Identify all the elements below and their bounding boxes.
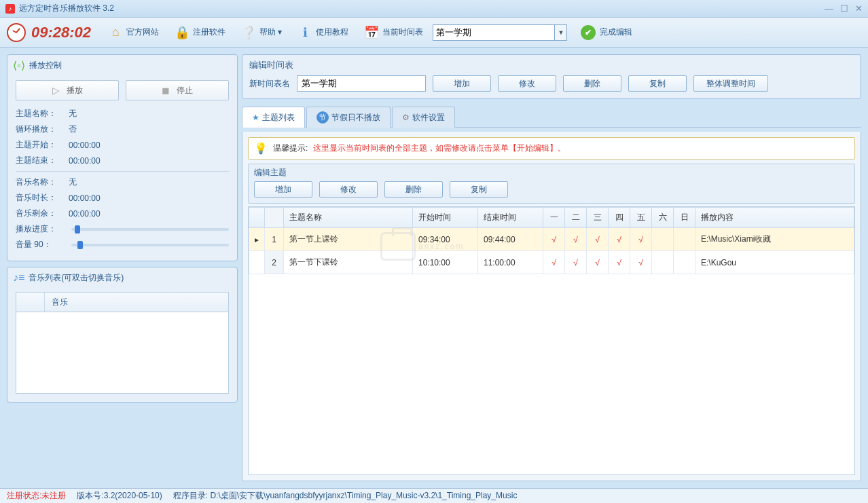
window-title: 远方定时音乐播放软件 3.2: [19, 3, 114, 14]
tab-themes[interactable]: ★主题列表: [242, 107, 305, 128]
hint-bar: 💡 温馨提示: 这里显示当前时间表的全部主题，如需修改请点击菜单【开始编辑】。: [248, 137, 855, 160]
play-icon: ▷: [52, 85, 60, 96]
hint-text: 这里显示当前时间表的全部主题，如需修改请点击菜单【开始编辑】。: [313, 143, 566, 154]
tab-holiday[interactable]: 节节假日不播放: [306, 107, 391, 128]
schedule-modify-button[interactable]: 修改: [498, 75, 556, 92]
lock-icon: 🔒: [174, 24, 190, 41]
tab-settings-label: 软件设置: [412, 112, 445, 124]
theme-name-label: 主题名称：: [16, 108, 69, 119]
register-button[interactable]: 🔒注册软件: [168, 22, 231, 43]
volume-slider[interactable]: [71, 244, 229, 246]
help-button[interactable]: ❔帮助 ▾: [235, 22, 287, 43]
col-d6[interactable]: 六: [652, 208, 674, 228]
schedule-dropdown-icon[interactable]: ▼: [555, 24, 567, 41]
ver-value: 3.2(2020-05-10): [104, 491, 162, 500]
stop-button[interactable]: ◼停止: [126, 80, 229, 100]
play-button[interactable]: ▷播放: [16, 80, 119, 100]
star-icon: ★: [252, 113, 259, 122]
schedule-name-label: 新时间表名: [249, 78, 290, 90]
finish-edit-button[interactable]: ✔完成编辑: [581, 25, 632, 40]
tab-settings[interactable]: ⚙软件设置: [392, 107, 455, 128]
theme-add-button[interactable]: 增加: [254, 181, 312, 198]
music-icon: ♪≡: [13, 272, 24, 284]
schedule-label: 当前时间表: [382, 26, 423, 38]
theme-grid[interactable]: 主题名称 开始时间 结束时间 一 二 三 四 五 六 日 播放内容 ▸1第一节上…: [248, 206, 855, 475]
edit-schedule-box: 编辑时间表 新时间表名 增加 修改 删除 复制 整体调整时间: [242, 54, 861, 99]
home-icon: ⌂: [107, 24, 124, 41]
play-label: 播放: [67, 85, 83, 96]
schedule-select[interactable]: [433, 24, 555, 41]
finish-edit-label: 完成编辑: [600, 26, 632, 38]
col-name[interactable]: 主题名称: [284, 208, 413, 228]
play-control-icon: ⟨◦⟩: [13, 59, 25, 72]
col-d2[interactable]: 二: [565, 208, 587, 228]
col-start[interactable]: 开始时间: [413, 208, 478, 228]
schedule-adjust-button[interactable]: 整体调整时间: [693, 75, 768, 92]
col-content[interactable]: 播放内容: [695, 208, 854, 228]
holiday-icon: 节: [317, 111, 329, 124]
duration-value: 00:00:00: [69, 193, 101, 203]
reg-label: 注册状态:: [7, 491, 41, 500]
play-control-title: 播放控制: [29, 60, 62, 71]
help-label: 帮助 ▾: [259, 26, 282, 38]
edit-theme-title: 编辑主题: [254, 167, 849, 181]
col-d1[interactable]: 一: [543, 208, 565, 228]
remain-label: 音乐剩余：: [16, 208, 69, 219]
schedule-name-input[interactable]: [297, 75, 426, 92]
stop-icon: ◼: [162, 85, 170, 96]
col-d4[interactable]: 四: [609, 208, 630, 228]
theme-delete-button[interactable]: 删除: [384, 181, 443, 198]
register-label: 注册软件: [193, 26, 225, 38]
loop-value: 否: [69, 124, 77, 135]
theme-modify-button[interactable]: 修改: [319, 181, 378, 198]
tab-themes-label: 主题列表: [262, 112, 295, 124]
calendar-icon: 📅: [363, 24, 380, 41]
status-bar: 注册状态:未注册 版本号:3.2(2020-05-10) 程序目录: D:\桌面…: [0, 488, 868, 503]
remain-value: 00:00:00: [69, 209, 101, 219]
music-list-body[interactable]: [16, 312, 229, 394]
clock-icon: [7, 23, 26, 42]
help-icon: ❔: [240, 24, 257, 41]
col-end[interactable]: 结束时间: [478, 208, 543, 228]
stop-label: 停止: [177, 85, 193, 96]
dir-label: 程序目录:: [173, 491, 208, 500]
schedule-delete-button[interactable]: 删除: [563, 75, 621, 92]
toolbar: 09:28:02 ⌂官方网站 🔒注册软件 ❔帮助 ▾ ℹ使用教程 📅当前时间表 …: [0, 18, 868, 48]
ver-label: 版本号:: [77, 491, 103, 500]
gear-icon: ⚙: [402, 113, 410, 122]
loop-label: 循环播放：: [16, 124, 69, 135]
tab-holiday-label: 节假日不播放: [331, 112, 380, 124]
progress-label: 播放进度：: [16, 223, 69, 235]
schedule-copy-button[interactable]: 复制: [628, 75, 687, 92]
table-row[interactable]: ▸1第一节上课铃09:34:0009:44:00√√√√√E:\Music\Xi…: [249, 228, 854, 251]
music-col-header: 音乐: [45, 297, 68, 308]
music-name-label: 音乐名称：: [16, 176, 69, 188]
schedule-label-wrap: 📅当前时间表: [358, 22, 429, 43]
table-row[interactable]: 2第一节下课铃10:10:0011:00:00√√√√√E:\KuGou: [249, 251, 854, 274]
maximize-button[interactable]: ☐: [840, 3, 848, 14]
theme-end-value: 00:00:00: [69, 156, 101, 166]
music-list-panel: ♪≡音乐列表(可双击切换音乐) 音乐: [7, 267, 238, 403]
theme-copy-button[interactable]: 复制: [450, 181, 508, 198]
minimize-button[interactable]: —: [825, 3, 833, 14]
bulb-icon: 💡: [254, 142, 268, 155]
theme-start-value: 00:00:00: [69, 141, 101, 150]
theme-end-label: 主题结束：: [16, 155, 69, 166]
app-icon: ♪: [5, 4, 15, 14]
play-control-panel: ⟨◦⟩播放控制 ▷播放 ◼停止 主题名称：无 循环播放：否 主题开始：00:00…: [7, 54, 238, 261]
reg-value: 未注册: [41, 491, 66, 500]
progress-slider[interactable]: [71, 228, 229, 231]
edit-schedule-title: 编辑时间表: [249, 59, 854, 75]
close-button[interactable]: ✕: [855, 3, 863, 14]
official-site-button[interactable]: ⌂官方网站: [102, 22, 164, 43]
col-d5[interactable]: 五: [630, 208, 652, 228]
check-icon: ✔: [581, 25, 596, 40]
music-name-value: 无: [69, 176, 77, 188]
col-d3[interactable]: 三: [587, 208, 609, 228]
tutorial-button[interactable]: ℹ使用教程: [291, 22, 354, 43]
info-icon: ℹ: [297, 24, 313, 41]
col-d7[interactable]: 日: [674, 208, 695, 228]
schedule-add-button[interactable]: 增加: [433, 75, 491, 92]
official-site-label: 官方网站: [126, 26, 159, 38]
theme-start-label: 主题开始：: [16, 139, 69, 151]
